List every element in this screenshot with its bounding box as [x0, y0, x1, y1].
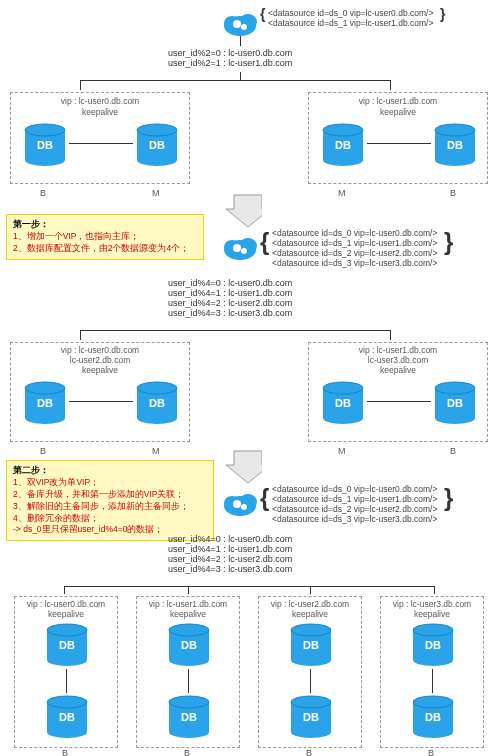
db-label: DB [411, 711, 455, 723]
vip-label: vip : lc-user0.db.com [11, 345, 189, 355]
connector-line [64, 586, 434, 587]
brace-close-icon: } [444, 228, 453, 256]
route-line: user_id%4=0 : lc-user0.db.com [168, 534, 292, 544]
config-cloud-icon [222, 488, 258, 516]
note-line: 1、增加一个VIP，也指向主库； [13, 231, 197, 243]
connector-line [390, 330, 391, 340]
db-label: DB [23, 397, 67, 409]
role-label: B [184, 748, 190, 756]
db-label: DB [321, 139, 365, 151]
db-label: DB [289, 639, 333, 651]
connector-line [434, 586, 435, 594]
role-label: B [428, 748, 434, 756]
role-label: B [40, 188, 46, 198]
keepalive-label: keepalive [11, 365, 189, 375]
connector-line [80, 80, 390, 81]
note-title: 第二步： [13, 465, 207, 477]
sync-arrow-icon [69, 143, 133, 144]
keepalive-label: keepalive [309, 365, 487, 375]
db-label: DB [135, 139, 179, 151]
connector-line [188, 586, 189, 594]
cfg-line: <datasource id=ds_0 vip=lc-user0.db.com/… [272, 228, 437, 238]
role-label: B [62, 748, 68, 756]
connector-line [80, 330, 81, 340]
vip-label: vip : lc-user1.db.com [309, 96, 487, 106]
cfg-line: <datasource id=ds_1 vip=lc-user1.db.com/… [272, 494, 437, 504]
keepalive-label: keepalive [15, 609, 117, 619]
db-cluster: vip : lc-user3.db.com keepalive DB DB [380, 596, 484, 748]
brace-close-icon: } [444, 484, 453, 512]
db-label: DB [321, 397, 365, 409]
keepalive-label: keepalive [137, 609, 239, 619]
route-line: user_id%4=2 : lc-user2.db.com [168, 554, 292, 564]
keepalive-label: keepalive [259, 609, 361, 619]
connector-line [64, 586, 65, 594]
sync-arrow-icon [310, 669, 311, 693]
vip-label: vip : lc-user1.db.com [137, 599, 239, 609]
cfg-line: <datasource id=ds_3 vip=lc-user3.db.com/… [272, 514, 437, 524]
db-label: DB [411, 639, 455, 651]
route-line: user_id%4=1 : lc-user1.db.com [168, 288, 292, 298]
connector-line [240, 72, 241, 80]
connector-line [80, 330, 390, 331]
cfg-line: <datasource id=ds_3 vip=lc-user3.db.com/… [272, 258, 437, 268]
role-label: M [338, 188, 346, 198]
note-title: 第一步： [13, 219, 197, 231]
cfg-line: <datasource id=ds_2 vip=lc-user2.db.com/… [272, 504, 437, 514]
role-label: B [306, 748, 312, 756]
route-line: user_id%2=1 : lc-user1.db.com [168, 58, 292, 68]
route-line: user_id%4=1 : lc-user1.db.com [168, 544, 292, 554]
vip-label: vip : lc-user1.db.com [309, 345, 487, 355]
db-label: DB [45, 711, 89, 723]
step-note: 第一步： 1、增加一个VIP，也指向主库； 2、数据库配置文件，由2个数据源变为… [6, 214, 204, 260]
db-label: DB [45, 639, 89, 651]
db-label: DB [167, 639, 211, 651]
config-block-0: <datasource id=ds_0 vip=lc-user0.db.com/… [268, 8, 433, 28]
route-line: user_id%2=0 : lc-user0.db.com [168, 48, 292, 58]
role-label: B [450, 446, 456, 456]
brace-open-icon: { [260, 6, 265, 22]
brace-close-icon: } [440, 6, 445, 22]
sync-arrow-icon [367, 143, 431, 144]
db-cluster: vip : lc-user1.db.com keepalive DB DB [308, 92, 488, 184]
role-label: M [152, 188, 160, 198]
db-label: DB [23, 139, 67, 151]
config-block-1: <datasource id=ds_0 vip=lc-user0.db.com/… [272, 228, 437, 268]
note-line: 1、双VIP改为单VIP； [13, 477, 207, 489]
db-cluster: vip : lc-user0.db.com keepalive DB DB [14, 596, 118, 748]
db-label: DB [135, 397, 179, 409]
connector-line [240, 36, 241, 46]
brace-open-icon: { [260, 484, 269, 512]
db-label: DB [167, 711, 211, 723]
step-note: 第二步： 1、双VIP改为单VIP； 2、备库升级，并和第一步添加的VIP关联；… [6, 460, 214, 541]
route-line: user_id%4=0 : lc-user0.db.com [168, 278, 292, 288]
sync-arrow-icon [69, 401, 133, 402]
db-label: DB [433, 397, 477, 409]
db-label: DB [433, 139, 477, 151]
keepalive-label: keepalive [381, 609, 483, 619]
note-line: 3、解除旧的主备同步，添加新的主备同步； [13, 501, 207, 513]
route-line: user_id%4=3 : lc-user3.db.com [168, 564, 292, 574]
vip-label: lc-user3.db.com [309, 355, 487, 365]
note-line: 2、备库升级，并和第一步添加的VIP关联； [13, 489, 207, 501]
role-label: B [40, 446, 46, 456]
connector-line [80, 80, 81, 90]
cfg-line: <datasource id=ds_0 vip=lc-user0.db.com/… [268, 8, 433, 18]
routing-block-1: user_id%4=0 : lc-user0.db.com user_id%4=… [168, 278, 292, 318]
db-cluster: vip : lc-user0.db.com lc-user2.db.com ke… [10, 342, 190, 442]
route-line: user_id%4=3 : lc-user3.db.com [168, 308, 292, 318]
config-cloud-icon [222, 232, 258, 260]
config-cloud-icon [222, 8, 258, 36]
db-cluster: vip : lc-user0.db.com keepalive DB DB [10, 92, 190, 184]
routing-block-2: user_id%4=0 : lc-user0.db.com user_id%4=… [168, 534, 292, 574]
cfg-line: <datasource id=ds_1 vip=lc-user1.db.com/… [272, 238, 437, 248]
flow-arrow-icon [226, 450, 262, 484]
vip-label: vip : lc-user0.db.com [11, 96, 189, 106]
db-cluster: vip : lc-user1.db.com keepalive DB DB [136, 596, 240, 748]
flow-arrow-icon [226, 194, 262, 228]
keepalive-label: keepalive [11, 107, 189, 117]
connector-line [390, 80, 391, 90]
sync-arrow-icon [66, 669, 67, 693]
vip-label: vip : lc-user3.db.com [381, 599, 483, 609]
keepalive-label: keepalive [309, 107, 487, 117]
